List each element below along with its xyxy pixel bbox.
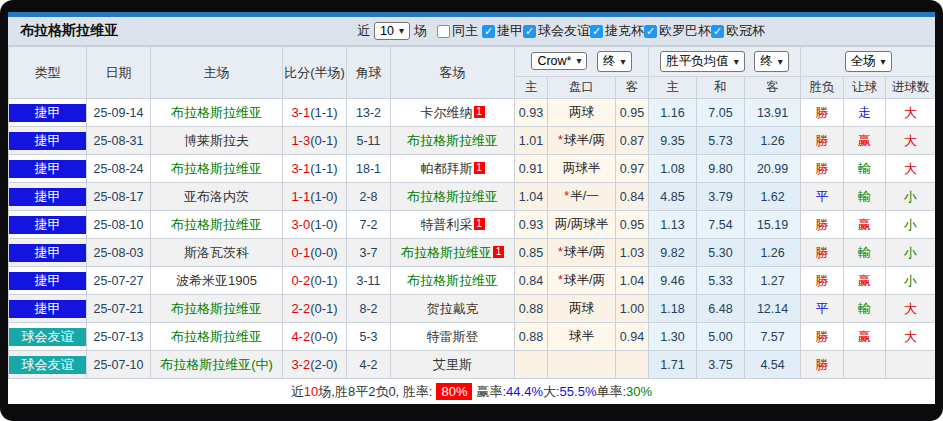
cell-away-team: 布拉格斯拉维亚 [391, 267, 515, 295]
cell-corner: 3-7 [347, 239, 391, 267]
cell-asian-home-odds: 0.93 [515, 211, 548, 239]
cell-score: 3-1(1-1) [283, 99, 347, 127]
chevron-down-icon: ▾ [881, 57, 886, 67]
footer-part: 44.4% [506, 384, 543, 399]
table-row: 捷甲25-07-21布拉格斯拉维亚2-2(0-1)8-2贺拉戴克0.88两球1.… [9, 295, 936, 323]
cell-euro-home-odds: 1.16 [649, 99, 697, 127]
cell-euro-away-odds: 1.26 [745, 127, 801, 155]
cell-asian-home-odds: 0.88 [515, 323, 548, 351]
chevron-down-icon: ▾ [399, 26, 404, 36]
league-filter-label: 球会友谊 [538, 22, 590, 40]
cell-home-team: 布拉格斯拉维亚 [151, 295, 283, 323]
league-filter-2[interactable]: ✓球会友谊 [523, 22, 590, 40]
team-name[interactable]: 特雷斯登 [427, 329, 479, 344]
cell-asian-home-odds: 0.88 [515, 295, 548, 323]
cell-score: 1-3(0-1) [283, 127, 347, 155]
handicap-text: 球半/两 [564, 133, 605, 147]
team-name[interactable]: 布拉格斯拉维亚 [407, 133, 498, 148]
col-result-handicap: 让球 [844, 77, 886, 99]
cell-result-wdl: 勝 [801, 155, 844, 183]
fulltime-score: 1-1 [291, 189, 310, 204]
match-count-value: 10 [380, 24, 394, 38]
halftime-score: (0-0) [310, 329, 337, 344]
cell-result-goals: 大 [886, 323, 935, 351]
col-euro-draw: 和 [697, 77, 745, 99]
cell-euro-draw-odds: 5.73 [697, 127, 745, 155]
cell-result-wdl: 勝 [801, 351, 844, 379]
footer-part: 10 [304, 384, 318, 399]
chevron-down-icon: ▾ [778, 57, 783, 67]
team-name[interactable]: 艾里斯 [433, 357, 472, 372]
halftime-score: (0-0) [310, 245, 337, 260]
cell-corner: 5-3 [347, 323, 391, 351]
league-filter-3[interactable]: ✓捷克杯 [590, 22, 644, 40]
checkbox-icon[interactable]: ✓ [711, 25, 724, 38]
team-name[interactable]: 斯洛瓦茨科 [184, 245, 249, 260]
team-name[interactable]: 特普利采 [421, 217, 473, 232]
team-name[interactable]: 布拉格斯拉维亚 [171, 301, 262, 316]
league-filter-5[interactable]: ✓欧冠杯 [711, 22, 765, 40]
cell-result-handicap: 赢 [844, 127, 886, 155]
footer-part: 场,胜8平2负0, 胜率: [318, 383, 432, 401]
checkbox-icon[interactable]: ✓ [523, 25, 536, 38]
cell-date: 25-07-27 [87, 267, 151, 295]
cell-asian-home-odds [515, 351, 548, 379]
team-name[interactable]: 布拉格斯拉维亚 [171, 329, 262, 344]
team-name[interactable]: 贺拉戴克 [427, 301, 479, 316]
team-name[interactable]: 布拉格斯拉维亚 [407, 273, 498, 288]
team-name[interactable]: 卡尔维纳 [421, 105, 473, 120]
team-name[interactable]: 布拉格斯拉维亚(中) [160, 357, 273, 372]
euro-odds-group: 胜平负均值 ▾ 终 ▾ [649, 47, 801, 77]
scope-select[interactable]: 全场 ▾ [845, 51, 892, 72]
cell-asian-handicap: 两球半 [548, 155, 616, 183]
cell-euro-draw-odds: 3.79 [697, 183, 745, 211]
col-away: 客场 [391, 47, 515, 99]
cell-asian-handicap: 两球 [548, 99, 616, 127]
cell-result-wdl: 平 [801, 295, 844, 323]
cell-asian-handicap: *球半/两 [548, 239, 616, 267]
team-name[interactable]: 博莱斯拉夫 [184, 133, 249, 148]
cell-euro-away-odds: 1.62 [745, 183, 801, 211]
cell-asian-away-odds: 0.94 [616, 323, 649, 351]
league-filter-label: 捷克杯 [605, 22, 644, 40]
euro-state-select[interactable]: 终 ▾ [754, 51, 789, 72]
league-filter-1[interactable]: ✓捷甲 [482, 22, 523, 40]
team-name[interactable]: 波希米亚1905 [176, 273, 257, 288]
halftime-score: (1-0) [310, 189, 337, 204]
cell-league: 球会友谊 [9, 351, 87, 379]
team-name[interactable]: 布拉格斯拉维亚 [407, 189, 498, 204]
cell-asian-home-odds: 0.84 [515, 267, 548, 295]
cell-euro-home-odds: 1.30 [649, 323, 697, 351]
cell-result-goals [886, 351, 935, 379]
cell-home-team: 布拉格斯拉维亚 [151, 99, 283, 127]
team-name[interactable]: 亚布洛内茨 [184, 189, 249, 204]
checkbox-icon[interactable]: ✓ [590, 25, 603, 38]
checkbox-icon[interactable]: ✓ [482, 25, 495, 38]
handicap-text: 两球半 [563, 161, 601, 175]
euro-avg-select[interactable]: 胜平负均值 ▾ [660, 51, 745, 72]
team-name[interactable]: 帕都拜斯 [421, 161, 473, 176]
team-name[interactable]: 布拉格斯拉维亚 [401, 245, 492, 260]
asian-state-select[interactable]: 终 ▾ [597, 51, 632, 72]
cell-corner: 4-2 [347, 351, 391, 379]
col-result-wdl: 胜负 [801, 77, 844, 99]
league-badge: 捷甲 [9, 216, 86, 234]
checkbox-icon[interactable]: ✓ [644, 25, 657, 38]
team-name[interactable]: 布拉格斯拉维亚 [171, 105, 262, 120]
same-home-label: 同主 [452, 22, 478, 40]
cell-league: 捷甲 [9, 211, 87, 239]
team-name[interactable]: 布拉格斯拉维亚 [171, 217, 262, 232]
league-filter-4[interactable]: ✓欧罗巴杯 [644, 22, 711, 40]
bookmaker-select[interactable]: Crow* ▾ [531, 52, 587, 70]
checkbox-icon[interactable] [437, 25, 450, 38]
league-badge: 球会友谊 [9, 356, 86, 374]
same-home-checkbox[interactable]: 同主 [437, 22, 478, 40]
match-count-select[interactable]: 10 ▾ [374, 22, 410, 40]
footer-part: 单率: [596, 383, 626, 401]
halftime-score: (0-1) [310, 273, 337, 288]
cell-asian-away-odds: 0.87 [616, 127, 649, 155]
cell-result-wdl: 勝 [801, 211, 844, 239]
team-name[interactable]: 布拉格斯拉维亚 [171, 161, 262, 176]
cell-euro-draw-odds: 5.00 [697, 323, 745, 351]
cell-away-team: 布拉格斯拉维亚 [391, 127, 515, 155]
